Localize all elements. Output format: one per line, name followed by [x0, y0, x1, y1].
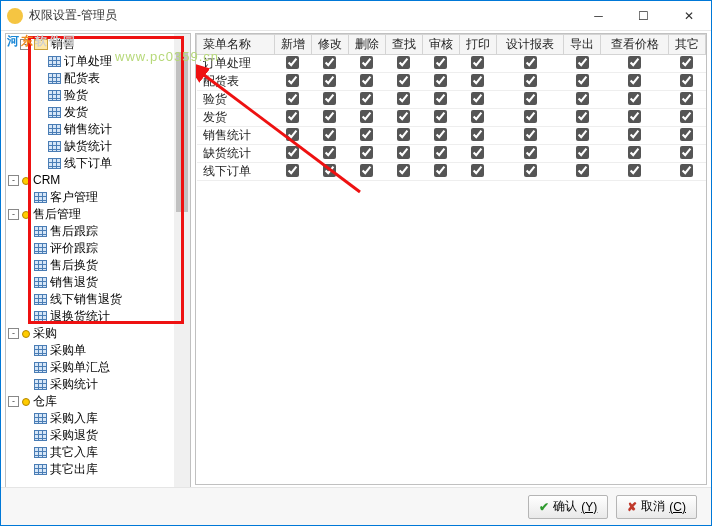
permission-checkbox[interactable] [524, 92, 537, 105]
permission-checkbox[interactable] [524, 128, 537, 141]
tree-node[interactable]: 配货表 [6, 70, 174, 87]
permission-checkbox[interactable] [524, 56, 537, 69]
tree-node[interactable]: 其它出库 [6, 461, 174, 478]
tree-node[interactable]: 缺货统计 [6, 138, 174, 155]
permission-checkbox[interactable] [286, 56, 299, 69]
permission-checkbox[interactable] [680, 146, 693, 159]
permission-checkbox[interactable] [524, 74, 537, 87]
collapse-icon[interactable]: - [8, 209, 19, 220]
permission-checkbox[interactable] [628, 92, 641, 105]
permission-checkbox[interactable] [323, 110, 336, 123]
permission-checkbox[interactable] [434, 110, 447, 123]
permission-checkbox[interactable] [434, 146, 447, 159]
collapse-icon[interactable]: - [8, 396, 19, 407]
tree-node[interactable]: 采购单 [6, 342, 174, 359]
permission-checkbox[interactable] [576, 164, 589, 177]
tree-node[interactable]: 客户管理 [6, 189, 174, 206]
permission-checkbox[interactable] [434, 164, 447, 177]
permission-checkbox[interactable] [471, 74, 484, 87]
tree-node[interactable]: 销售退货 [6, 274, 174, 291]
permission-checkbox[interactable] [524, 110, 537, 123]
tree-node[interactable]: -销售 [6, 36, 174, 53]
permission-checkbox[interactable] [397, 56, 410, 69]
tree-node[interactable]: 售后换货 [6, 257, 174, 274]
permission-checkbox[interactable] [576, 146, 589, 159]
permission-checkbox[interactable] [576, 92, 589, 105]
permission-checkbox[interactable] [680, 164, 693, 177]
tree-node[interactable]: 线下销售退货 [6, 291, 174, 308]
permission-checkbox[interactable] [576, 110, 589, 123]
tree-node[interactable]: -仓库 [6, 393, 174, 410]
permission-checkbox[interactable] [524, 164, 537, 177]
permission-checkbox[interactable] [286, 164, 299, 177]
permission-checkbox[interactable] [680, 74, 693, 87]
permission-checkbox[interactable] [323, 74, 336, 87]
permission-checkbox[interactable] [286, 128, 299, 141]
tree-node[interactable]: 采购统计 [6, 376, 174, 393]
permission-checkbox[interactable] [397, 164, 410, 177]
scrollbar-thumb[interactable] [176, 52, 188, 212]
permission-checkbox[interactable] [323, 128, 336, 141]
permission-checkbox[interactable] [471, 164, 484, 177]
permission-checkbox[interactable] [628, 164, 641, 177]
column-header[interactable]: 打印 [459, 35, 496, 55]
permission-checkbox[interactable] [397, 128, 410, 141]
column-header[interactable]: 菜单名称 [197, 35, 275, 55]
column-header[interactable]: 修改 [311, 35, 348, 55]
tree-node[interactable]: 采购入库 [6, 410, 174, 427]
permission-checkbox[interactable] [628, 146, 641, 159]
permission-checkbox[interactable] [434, 74, 447, 87]
tree-node[interactable]: 验货 [6, 87, 174, 104]
tree-scrollbar[interactable] [174, 34, 190, 488]
permission-checkbox[interactable] [471, 146, 484, 159]
tree-node[interactable]: 订单处理 [6, 53, 174, 70]
permission-checkbox[interactable] [360, 92, 373, 105]
tree-node[interactable]: 发货 [6, 104, 174, 121]
column-header[interactable]: 查找 [385, 35, 422, 55]
permission-checkbox[interactable] [434, 128, 447, 141]
permission-checkbox[interactable] [360, 164, 373, 177]
permission-checkbox[interactable] [397, 74, 410, 87]
permission-checkbox[interactable] [471, 56, 484, 69]
maximize-button[interactable]: ☐ [621, 1, 666, 30]
tree-node[interactable]: 退换货统计 [6, 308, 174, 325]
permission-checkbox[interactable] [286, 110, 299, 123]
tree-node[interactable]: -售后管理 [6, 206, 174, 223]
permission-checkbox[interactable] [576, 128, 589, 141]
tree-node[interactable]: -CRM [6, 172, 174, 189]
permission-checkbox[interactable] [286, 92, 299, 105]
permission-checkbox[interactable] [680, 110, 693, 123]
permission-checkbox[interactable] [576, 56, 589, 69]
tree-node[interactable]: 采购退货 [6, 427, 174, 444]
tree[interactable]: -销售订单处理配货表验货发货销售统计缺货统计线下订单-CRM客户管理-售后管理售… [6, 34, 174, 488]
cancel-button[interactable]: ✘ 取消(C) [616, 495, 697, 519]
permission-checkbox[interactable] [471, 92, 484, 105]
tree-node[interactable]: 评价跟踪 [6, 240, 174, 257]
permission-checkbox[interactable] [323, 146, 336, 159]
collapse-icon[interactable]: - [8, 175, 19, 186]
permission-checkbox[interactable] [360, 56, 373, 69]
column-header[interactable]: 审核 [422, 35, 459, 55]
permission-checkbox[interactable] [434, 56, 447, 69]
permission-checkbox[interactable] [471, 128, 484, 141]
column-header[interactable]: 其它 [668, 35, 705, 55]
permission-checkbox[interactable] [434, 92, 447, 105]
permission-checkbox[interactable] [628, 128, 641, 141]
permission-checkbox[interactable] [323, 56, 336, 69]
permission-checkbox[interactable] [323, 92, 336, 105]
permission-checkbox[interactable] [628, 110, 641, 123]
permission-checkbox[interactable] [286, 74, 299, 87]
permission-checkbox[interactable] [360, 128, 373, 141]
column-header[interactable]: 新增 [275, 35, 312, 55]
tree-node[interactable]: 线下订单 [6, 155, 174, 172]
permission-checkbox[interactable] [680, 56, 693, 69]
column-header[interactable]: 查看价格 [601, 35, 669, 55]
ok-button[interactable]: ✔ 确认(Y) [528, 495, 608, 519]
permission-checkbox[interactable] [628, 74, 641, 87]
permission-checkbox[interactable] [471, 110, 484, 123]
collapse-icon[interactable]: - [8, 328, 19, 339]
column-header[interactable]: 设计报表 [496, 35, 564, 55]
permission-checkbox[interactable] [576, 74, 589, 87]
permission-checkbox[interactable] [524, 146, 537, 159]
permission-checkbox[interactable] [628, 56, 641, 69]
